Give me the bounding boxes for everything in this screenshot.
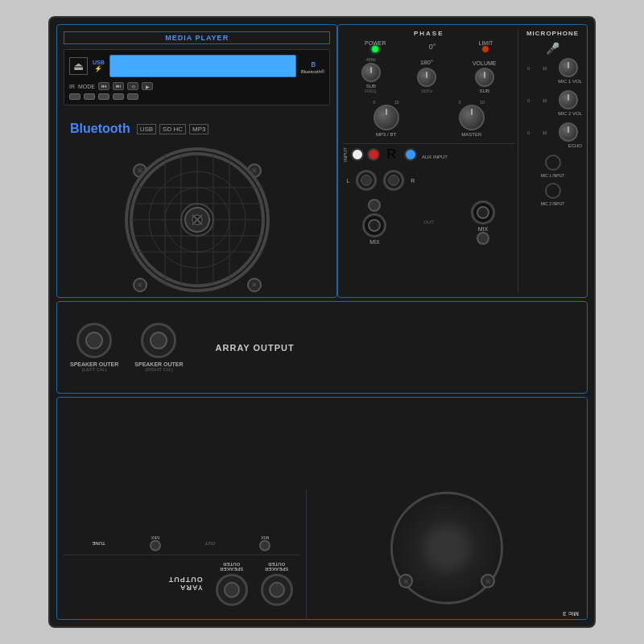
echo-knob[interactable] bbox=[559, 122, 578, 142]
mic-icon: 🎤 bbox=[523, 42, 582, 55]
bottom-speaker-jack-right-inner bbox=[224, 582, 240, 598]
bluetooth-mp-label: Bluetooth® bbox=[301, 69, 325, 74]
speaker-left-jack-inner bbox=[85, 332, 103, 349]
mp3bt-label: MP3 / BT bbox=[374, 132, 399, 137]
next-button[interactable]: ⏭ bbox=[113, 82, 124, 90]
array-output-section: SPEAKER OUTER (LEFT CH.) SPEAKER OUTER (… bbox=[56, 301, 588, 394]
sub-knob-left-group: 40Hz SUB FREQ. bbox=[361, 57, 381, 93]
top-knob-row: 40Hz SUB FREQ. 180° 160Hz bbox=[343, 57, 514, 93]
jack-left[interactable] bbox=[356, 170, 377, 191]
rca-input-group bbox=[351, 148, 380, 161]
aux-input-label: AUX INPUT bbox=[422, 147, 448, 162]
rca-red-jack[interactable] bbox=[367, 148, 380, 161]
sub-knob-right-group: VOLUME SUB bbox=[473, 60, 497, 93]
speaker-right-ch: (RIGHT CH.) bbox=[134, 367, 183, 372]
preset-button-1[interactable] bbox=[69, 93, 80, 100]
mic1-input-jack[interactable] bbox=[545, 155, 561, 171]
media-player-label: MEDIA PLAYER bbox=[64, 31, 330, 44]
echo-group: 010 ECHO bbox=[523, 122, 582, 148]
input-row: INPUT R AUX INPUT bbox=[343, 143, 514, 165]
mp-top-row: ⏏ USB ⚡ ʙ Bluetooth® bbox=[69, 55, 324, 77]
bottom-speaker-label-right: SPEAKEROUTER bbox=[216, 562, 248, 572]
master-label: MASTER bbox=[459, 132, 485, 137]
power-row: POWER 0° LIMIT bbox=[343, 40, 514, 52]
mic1-vol-scale: 010 bbox=[527, 66, 547, 71]
phase-180-knob[interactable] bbox=[417, 68, 436, 87]
left-panel: MEDIA PLAYER ⏏ USB ⚡ bbox=[56, 24, 337, 298]
bottom-speaker-jack-right bbox=[216, 574, 248, 606]
bottom-mix-left: MIX bbox=[259, 535, 270, 551]
mic2-input-jack[interactable] bbox=[545, 183, 561, 199]
master-knob[interactable] bbox=[459, 105, 485, 130]
limit-led bbox=[482, 46, 489, 52]
xlr-left[interactable] bbox=[362, 213, 386, 237]
audio-mixer-device: MEDIA PLAYER ⏏ USB ⚡ bbox=[48, 16, 596, 628]
bottom-array-row: SPEAKEROUTER SPEAKEROUTER YARAOUTPUT bbox=[64, 555, 299, 613]
bottom-speaker-jack-left bbox=[261, 574, 293, 606]
mic2-vol-label: MIC 2 VOL bbox=[523, 111, 582, 116]
bottom-mix-row: MIX OUT MIX TUNE bbox=[64, 532, 299, 555]
jack-row: L R bbox=[343, 165, 514, 196]
preset-button-4[interactable] bbox=[113, 93, 124, 100]
usb-label: USB bbox=[93, 60, 105, 65]
preset-button-3[interactable] bbox=[98, 93, 109, 100]
bottom-knob-row: 010 MP3 / BT 010 MASTER bbox=[343, 100, 514, 137]
speaker-right-jack[interactable] bbox=[141, 323, 176, 358]
power-label-text: POWER bbox=[365, 40, 386, 46]
xlr-right[interactable] bbox=[471, 200, 495, 225]
mic2-input-label: MIC 2 INPUT bbox=[523, 201, 582, 206]
speaker-left-label: SPEAKER OUTER bbox=[70, 361, 118, 367]
bt-icons: USB SD HC MP3 bbox=[137, 124, 209, 134]
mic2-vol-scale: 010 bbox=[527, 98, 547, 103]
mic1-vol-group: 010 MIC 1 VOL bbox=[523, 58, 582, 84]
power-led bbox=[372, 46, 378, 52]
out-label: OUT bbox=[423, 220, 434, 225]
mic3-label: Mic 3 bbox=[563, 610, 579, 617]
power-indicator: POWER bbox=[365, 40, 386, 52]
mic2-vol-knob[interactable] bbox=[559, 90, 578, 109]
aux-jack[interactable] bbox=[404, 148, 417, 161]
mic1-input-group: MIC 1 INPUT bbox=[523, 155, 582, 178]
r-label: R bbox=[386, 147, 396, 162]
phase-180-label: 180° bbox=[417, 59, 436, 66]
mix-left-label: MIX bbox=[362, 239, 386, 245]
fan-area bbox=[117, 147, 278, 308]
bottom-array-label: YARAOUTPUT bbox=[168, 576, 203, 592]
sub-knob-left[interactable] bbox=[361, 63, 381, 82]
speaker-left-group: SPEAKER OUTER (LEFT CH.) bbox=[70, 323, 118, 372]
rca-white-jack[interactable] bbox=[351, 148, 364, 161]
volume-label: VOLUME bbox=[473, 60, 497, 66]
bottom-fan-area bbox=[382, 476, 511, 605]
sd-bt-icon: SD HC bbox=[159, 124, 186, 134]
bluetooth-indicator: ʙ Bluetooth® bbox=[301, 59, 325, 74]
mode-label: MODE bbox=[78, 84, 95, 89]
mic2-vol-group: 010 MIC 2 VOL bbox=[523, 90, 582, 116]
phase-section: PHASE POWER 0° LIMIT bbox=[343, 30, 582, 292]
mic1-vol-knob[interactable] bbox=[559, 58, 578, 77]
fan-svg bbox=[129, 151, 266, 288]
sub-label-right: SUB bbox=[473, 89, 497, 93]
speaker-left-ch: (LEFT CH.) bbox=[70, 367, 118, 372]
play-button[interactable]: ▶ bbox=[142, 82, 153, 90]
bottom-speaker-right: SPEAKEROUTER bbox=[216, 562, 248, 606]
speaker-left-jack[interactable] bbox=[76, 323, 112, 358]
preset-button-5[interactable] bbox=[127, 93, 138, 100]
jack-left2[interactable] bbox=[383, 170, 404, 191]
mp3bt-knob[interactable] bbox=[374, 105, 399, 130]
bottom-mix-dot-right bbox=[150, 540, 161, 551]
prev-button[interactable]: ⏮ bbox=[98, 82, 109, 90]
phase-label: PHASE bbox=[343, 30, 514, 37]
limit-indicator: LIMIT bbox=[479, 40, 493, 52]
xlr-right-inner bbox=[477, 206, 489, 219]
fan-circle bbox=[125, 147, 270, 292]
bottom-mix-label-right: MIX bbox=[150, 535, 161, 540]
usb-bt-icon: USB bbox=[137, 124, 156, 134]
xlr-row: MIX OUT MIX bbox=[343, 196, 514, 248]
hz160-label: 160Hz bbox=[417, 89, 436, 93]
preset-button-2[interactable] bbox=[84, 93, 95, 100]
repeat-button[interactable]: ⟲ bbox=[127, 82, 138, 90]
array-output-label: ARRAY OUTPUT bbox=[216, 343, 295, 353]
input-label: INPUT bbox=[343, 147, 348, 162]
sub-knob-right[interactable] bbox=[475, 68, 494, 87]
mp3-bt-icon: MP3 bbox=[189, 124, 208, 134]
